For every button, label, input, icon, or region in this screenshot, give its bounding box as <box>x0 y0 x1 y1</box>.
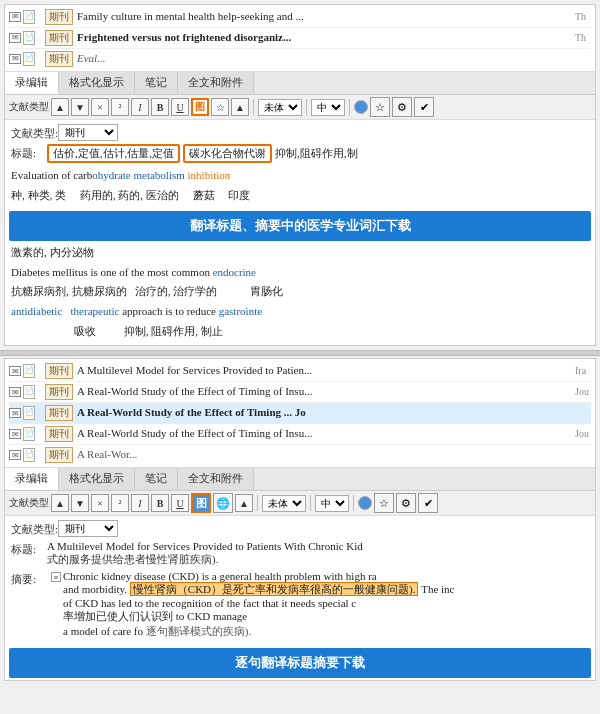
tab-notes[interactable]: 笔记 <box>135 72 178 94</box>
abstract-text4: of CKD has led to the recognition of the… <box>63 597 589 609</box>
middle-list-area: ✉ 📄 期刊 A Multilevel Model for Services P… <box>5 359 595 468</box>
font-select[interactable]: 未体 <box>258 99 302 116</box>
type-tag: 期刊 <box>45 9 73 25</box>
type-tag: 期刊 <box>45 51 73 67</box>
toolbar-star[interactable]: ☆ <box>211 98 229 116</box>
abs-marker: ≡ <box>51 572 61 582</box>
toolbar-misc2[interactable]: ⚙ <box>392 97 412 117</box>
btab-format[interactable]: 格式化显示 <box>59 468 135 490</box>
list-item[interactable]: ✉ 📄 期刊 Family culture in mental health h… <box>9 7 591 28</box>
toolbar-super[interactable]: ² <box>111 98 129 116</box>
list-item[interactable]: ✉ 📄 期刊 Frightened versus not frightened … <box>9 28 591 49</box>
btoolbar-italic[interactable]: I <box>131 494 149 512</box>
toolbar-divider <box>253 99 254 115</box>
btoolbar-arrow-down[interactable]: ▼ <box>71 494 89 512</box>
toolbar-italic[interactable]: I <box>131 98 149 116</box>
btoolbar-divider3 <box>353 495 354 511</box>
middle-panel: ✉ 📄 期刊 A Multilevel Model for Services P… <box>4 358 596 681</box>
list-item[interactable]: ✉ 📄 期刊 A Real-World Study of the Effect … <box>9 382 591 403</box>
row-icons: ✉ 📄 <box>9 364 45 378</box>
abstract-line-antidiabetic-cn: 抗糖尿病剂, 抗糖尿病的 治疗的, 治疗学的 胃肠化 <box>11 282 589 302</box>
content-line-1: Evaluation of carbohydrate metabolism in… <box>11 166 589 186</box>
morbidity-text: and morbidity. <box>63 583 127 595</box>
list-item[interactable]: ✉ 📄 期刊 A Multilevel Model for Services P… <box>9 361 591 382</box>
type-dropdown[interactable]: 期刊 <box>58 124 118 141</box>
toolbar-divider2 <box>306 99 307 115</box>
row-suffix: Th <box>575 31 591 45</box>
btab-notes[interactable]: 笔记 <box>135 468 178 490</box>
btab-luedit[interactable]: 录编辑 <box>5 468 59 490</box>
align-select[interactable]: 中 <box>311 99 345 116</box>
list-item[interactable]: ✉ 📄 期刊 A Real-Wor... <box>9 445 591 465</box>
list-item[interactable]: ✉ 📄 期刊 A Real-World Study of the Effect … <box>9 424 591 445</box>
cn-rate-text: 率增加已使人们认识到 <box>63 610 173 622</box>
list-item[interactable]: ✉ 📄 期刊 Eval... <box>9 49 591 69</box>
doc-icon: 📄 <box>23 448 35 462</box>
list-item-selected[interactable]: ✉ 📄 期刊 A Real-World Study of the Effect … <box>9 403 591 424</box>
ckd-text1: Chronic kidney disease (CKD) is a genera… <box>63 570 377 582</box>
tab-luedit[interactable]: 录编辑 <box>5 72 59 94</box>
btoolbar-bold[interactable]: B <box>151 494 169 512</box>
balign-select[interactable]: 中 <box>315 495 349 512</box>
abstract-line-absorb: 吸收 抑制, 阻碍作用, 制止 <box>11 322 589 342</box>
abstract-line-hormones: 激素的, 内分泌物 <box>11 243 589 263</box>
bottom-tab-bar: 录编辑 格式化显示 笔记 全文和附件 <box>5 468 595 491</box>
btab-fulltext[interactable]: 全文和附件 <box>178 468 254 490</box>
btoolbar-image[interactable]: 图 <box>191 493 211 513</box>
top-banner: 翻译标题、摘要中的医学专业词汇下载 <box>9 211 591 241</box>
doc-icon: 📄 <box>23 10 35 24</box>
btype-dropdown[interactable]: 期刊 <box>58 520 118 537</box>
btoolbar-divider <box>257 495 258 511</box>
top-panel: ✉ 📄 期刊 Family culture in mental health h… <box>4 4 596 346</box>
btoolbar-misc2[interactable]: ⚙ <box>396 493 416 513</box>
abstract-text5: 率增加已使人们认识到 to CKD manage <box>63 609 589 624</box>
doc-icon: 📄 <box>23 406 35 420</box>
type-tag: 期刊 <box>45 30 73 46</box>
doc-icon: 📄 <box>23 385 35 399</box>
btoolbar-misc3[interactable]: ✔ <box>418 493 438 513</box>
btoolbar-color-arrow[interactable]: ▲ <box>235 494 253 512</box>
toolbar-x[interactable]: × <box>91 98 109 116</box>
row-title[interactable]: A Real-World Study of the Effect of Timi… <box>73 426 575 441</box>
btype-row: 文献类型: 期刊 <box>11 520 589 537</box>
babstract-row: 摘要: ≡ Chronic kidney disease (CKD) is a … <box>11 570 589 639</box>
row-title-bold[interactable]: Frightened versus not frightened disorga… <box>73 30 575 45</box>
toolbar-arrow-up[interactable]: ▲ <box>51 98 69 116</box>
babstract-field-label: 摘要: <box>11 570 47 587</box>
absorb-text: 吸收 抑制, 阻碍作用, 制止 <box>11 325 223 337</box>
row-title-bold[interactable]: A Real-World Study of the Effect of Timi… <box>73 405 591 420</box>
highlighted-cn: 慢性肾病（CKD）是死亡率和发病率很高的一般健康问题). <box>130 582 419 596</box>
btoolbar-arrow-up[interactable]: ▲ <box>51 494 69 512</box>
row-title[interactable]: Family culture in mental health help-see… <box>73 9 575 24</box>
tab-fulltext[interactable]: 全文和附件 <box>178 72 254 94</box>
row-title[interactable]: A Real-World Study of the Effect of Timi… <box>73 384 575 399</box>
toolbar-color-arrow[interactable]: ▲ <box>231 98 249 116</box>
toolbar-type-label: 文献类型 <box>9 100 49 114</box>
btoolbar-misc1[interactable]: ☆ <box>374 493 394 513</box>
row-title[interactable]: A Real-Wor... <box>73 447 591 462</box>
toolbar-divider3 <box>349 99 350 115</box>
top-abstract-area: 激素的, 内分泌物 Diabetes mellitus is one of th… <box>5 243 595 345</box>
row-title[interactable]: Eval... <box>73 51 591 66</box>
toolbar-misc1[interactable]: ☆ <box>370 97 390 117</box>
endocrine-text: endocrine <box>213 266 256 278</box>
bfont-select[interactable]: 未体 <box>262 495 306 512</box>
btoolbar-super[interactable]: ² <box>111 494 129 512</box>
btoolbar-earth[interactable]: 🌐 <box>213 493 233 513</box>
toolbar-underline[interactable]: U <box>171 98 189 116</box>
tab-format[interactable]: 格式化显示 <box>59 72 135 94</box>
btoolbar-underline[interactable]: U <box>171 494 189 512</box>
toolbar-arrow-down[interactable]: ▼ <box>71 98 89 116</box>
toolbar-bold[interactable]: B <box>151 98 169 116</box>
bcolor-dot1 <box>358 496 372 510</box>
row-icons: ✉ 📄 <box>9 448 45 462</box>
btype-field-label: 文献类型: <box>11 520 58 537</box>
top-list-area: ✉ 📄 期刊 Family culture in mental health h… <box>5 5 595 72</box>
row-icons: ✉ 📄 <box>9 406 45 420</box>
type-tag: 期刊 <box>45 384 73 400</box>
toolbar-image[interactable]: 图 <box>191 98 209 116</box>
row-title[interactable]: A Multilevel Model for Services Provided… <box>73 363 575 378</box>
title-extra-text: 抑制,阻碍作用,制 <box>275 146 358 161</box>
btoolbar-x[interactable]: × <box>91 494 109 512</box>
toolbar-misc3[interactable]: ✔ <box>414 97 434 117</box>
